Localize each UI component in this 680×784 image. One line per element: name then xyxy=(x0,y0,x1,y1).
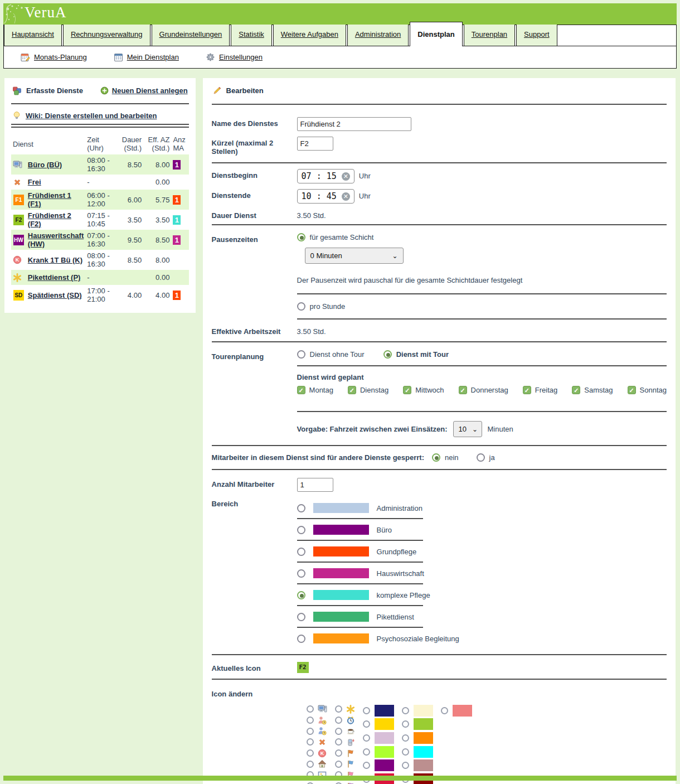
dienst-ohne-tour-radio[interactable] xyxy=(297,350,305,359)
pause-schicht-radio[interactable] xyxy=(297,233,305,241)
dienst-link[interactable]: Pikettdienst (P) xyxy=(28,273,81,282)
icon-option[interactable] xyxy=(335,748,355,759)
icon-option[interactable] xyxy=(307,758,327,770)
bereich-radio[interactable] xyxy=(297,548,305,556)
bereich-radio[interactable] xyxy=(297,635,305,643)
color-radio[interactable] xyxy=(363,762,370,769)
icon-radio[interactable] xyxy=(335,728,342,735)
fahrzeit-select[interactable]: 10 ⌄ xyxy=(453,421,482,437)
color-option[interactable] xyxy=(402,758,433,772)
color-radio[interactable] xyxy=(363,748,370,756)
clear-time-icon[interactable]: ✕ xyxy=(342,172,350,181)
kuerzel-input[interactable] xyxy=(297,137,333,151)
bereich-radio[interactable] xyxy=(297,526,305,534)
icon-radio[interactable] xyxy=(335,705,342,713)
icon-option[interactable] xyxy=(335,715,355,726)
subnav-mein-dienstplan[interactable]: Mein Dienstplan xyxy=(114,52,179,62)
bereich-radio[interactable] xyxy=(297,613,305,621)
dienst-link[interactable]: Spätdienst (SD) xyxy=(28,291,82,299)
icon-radio[interactable] xyxy=(307,717,314,724)
color-radio[interactable] xyxy=(402,720,409,728)
color-radio[interactable] xyxy=(363,734,370,742)
icon-radio[interactable] xyxy=(307,705,314,713)
subnav-einstellungen[interactable]: Einstellungen xyxy=(206,52,263,62)
dienst-mit-tour-radio[interactable] xyxy=(383,350,392,359)
icon-radio[interactable] xyxy=(307,761,314,768)
icon-radio[interactable] xyxy=(335,738,342,746)
dienstende-input[interactable]: 10 : 45 ✕ xyxy=(297,189,354,204)
clear-time-icon[interactable]: ✕ xyxy=(342,192,350,201)
color-radio[interactable] xyxy=(363,707,370,714)
montag-checkbox[interactable] xyxy=(297,386,305,394)
dienst-link[interactable]: Hausweritschaft (HW) xyxy=(28,231,84,248)
color-radio[interactable] xyxy=(402,748,409,756)
bereich-radio[interactable] xyxy=(297,569,305,578)
bereich-option[interactable]: Grundpflege xyxy=(297,541,667,562)
dienstag-checkbox[interactable] xyxy=(348,386,356,394)
anzahl-mitarbeiter-input[interactable] xyxy=(297,478,333,492)
icon-radio[interactable] xyxy=(335,717,342,724)
icon-radio[interactable] xyxy=(307,738,314,746)
color-option[interactable] xyxy=(363,731,394,745)
color-option[interactable] xyxy=(402,704,433,718)
tab-tourenplan[interactable]: Tourenplan xyxy=(464,25,515,46)
tab-statistik[interactable]: Statistik xyxy=(231,25,272,46)
color-radio[interactable] xyxy=(402,762,409,769)
donnerstag-checkbox[interactable] xyxy=(459,386,467,394)
color-option[interactable] xyxy=(402,745,433,759)
icon-option[interactable] xyxy=(335,737,355,748)
dienstbeginn-input[interactable]: 07 : 15 ✕ xyxy=(297,169,354,183)
color-option[interactable] xyxy=(363,745,394,759)
icon-option[interactable] xyxy=(335,725,355,737)
color-option[interactable] xyxy=(402,731,433,745)
sonntag-checkbox[interactable] xyxy=(628,386,636,394)
icon-radio[interactable] xyxy=(335,749,342,757)
tab-rechnungsverwaltung[interactable]: Rechnungsverwaltung xyxy=(63,25,150,46)
bereich-option[interactable]: Hauswirtschaft xyxy=(297,563,667,583)
icon-option[interactable] xyxy=(335,704,355,715)
freitag-checkbox[interactable] xyxy=(523,386,531,394)
color-option[interactable] xyxy=(441,704,472,718)
bereich-option[interactable]: Administration xyxy=(297,497,667,518)
icon-option[interactable] xyxy=(335,781,355,784)
color-option[interactable] xyxy=(363,704,394,718)
dienst-link[interactable]: Frühdienst 1 (F1) xyxy=(28,191,71,208)
dienst-link[interactable]: Frei xyxy=(28,178,41,186)
dienst-link[interactable]: Krank 1T Bü (K) xyxy=(28,256,82,264)
icon-option[interactable] xyxy=(307,725,327,737)
new-dienst-link[interactable]: Neuen Dienst anlegen xyxy=(100,86,188,95)
bereich-radio[interactable] xyxy=(297,591,305,599)
tab-dienstplan[interactable]: Dienstplan xyxy=(410,22,462,46)
icon-option[interactable] xyxy=(335,758,355,770)
icon-option[interactable] xyxy=(307,781,327,784)
bereich-option[interactable]: komplexe Pflege xyxy=(297,584,667,605)
dienst-link[interactable]: Büro (BÜ) xyxy=(28,161,62,169)
color-option[interactable] xyxy=(363,718,394,732)
icon-option[interactable] xyxy=(307,715,327,726)
wiki-link[interactable]: Wiki: Dienste erstellen und bearbeiten xyxy=(11,109,189,122)
bereich-radio[interactable] xyxy=(297,504,305,512)
bereich-option[interactable]: Büro xyxy=(297,519,667,540)
icon-option[interactable] xyxy=(307,704,327,715)
subnav-monats-planung[interactable]: Monats-Planung xyxy=(21,52,87,62)
color-radio[interactable] xyxy=(402,734,409,742)
icon-option[interactable] xyxy=(307,737,327,748)
bereich-option[interactable]: Pikettdienst xyxy=(297,606,667,627)
dienst-link[interactable]: Frühdienst 2 (F2) xyxy=(28,211,71,228)
icon-radio[interactable] xyxy=(307,728,314,735)
color-radio[interactable] xyxy=(402,707,409,714)
gesperrt-ja-radio[interactable] xyxy=(477,453,485,462)
tab-administration[interactable]: Administration xyxy=(347,25,409,46)
icon-radio[interactable] xyxy=(335,761,342,768)
name-input[interactable] xyxy=(297,117,411,131)
pause-minuten-select[interactable]: 0 Minuten ⌄ xyxy=(305,248,404,264)
tab-support[interactable]: Support xyxy=(516,25,557,46)
icon-radio[interactable] xyxy=(307,749,314,757)
color-radio[interactable] xyxy=(441,707,448,714)
bereich-option[interactable]: Psychosoziale Begleitung xyxy=(297,628,667,649)
tab-weitere-aufgaben[interactable]: Weitere Aufgaben xyxy=(273,25,346,46)
color-radio[interactable] xyxy=(363,720,370,728)
tab-hauptansicht[interactable]: Hauptansicht xyxy=(4,25,62,46)
color-option[interactable] xyxy=(402,718,433,732)
icon-option[interactable] xyxy=(307,748,327,759)
